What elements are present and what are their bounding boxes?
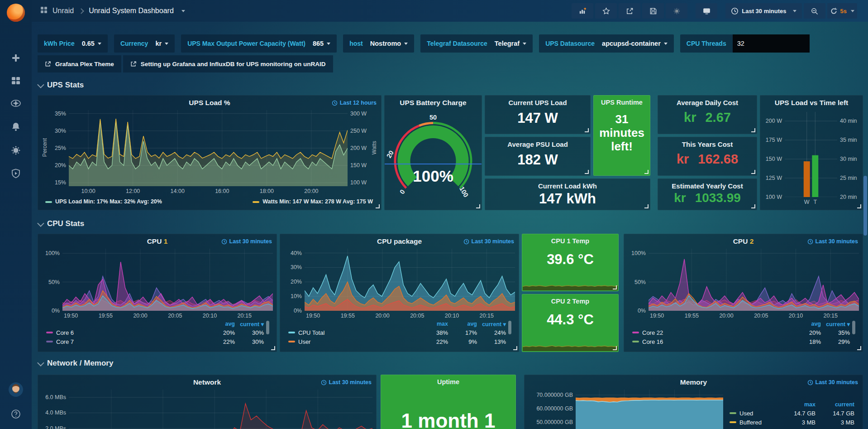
breadcrumb-folder[interactable]: Unraid — [52, 7, 74, 15]
page-scrollbar-thumb[interactable] — [863, 176, 867, 236]
legend-scrollbar[interactable] — [266, 321, 269, 334]
time-picker-button[interactable]: Last 30 minutes — [725, 3, 801, 19]
legend-column-max[interactable]: max — [421, 321, 450, 327]
panel-title[interactable]: This Years Cost — [658, 140, 757, 148]
network-chart[interactable]: 6.0 MBs4.0 MBs2.0 MBs — [42, 389, 372, 429]
memory-plot-area[interactable] — [576, 390, 723, 429]
ups_load-plot-area[interactable] — [69, 110, 348, 186]
ups-load-chart[interactable]: PercentWatts35%30%25%20%15%300 W250 W200… — [42, 109, 377, 207]
ups-bars-chart[interactable]: 200 W175 W150 W125 W100 W40 min35 min30 … — [763, 111, 860, 207]
save-button[interactable] — [642, 3, 664, 19]
legend-series-name[interactable]: Core 16 — [632, 338, 794, 345]
cpu-threads-input[interactable] — [733, 34, 810, 53]
panel-title[interactable]: Average Daily Cost — [658, 99, 757, 106]
cycle-view-tv-button[interactable] — [696, 3, 717, 19]
alerting-bell-icon[interactable] — [0, 119, 32, 135]
legend-column-avg[interactable]: avg — [450, 321, 479, 327]
panel-cpu-package: CPU package Last 30 minutes 40%30%20%10%… — [280, 234, 519, 352]
legend-column-avg[interactable]: avg — [794, 321, 823, 327]
explore-compass-icon[interactable] — [0, 96, 32, 111]
bars-plot-area[interactable] — [785, 112, 837, 197]
legend-series-name[interactable]: Core 6 — [46, 329, 208, 336]
legend-series-name[interactable]: User — [288, 338, 421, 345]
dashboard-links-row: Grafana Plex Theme Setting up Grafana an… — [38, 55, 333, 72]
configuration-gear-icon[interactable] — [0, 143, 32, 158]
link-grafana-plex-theme[interactable]: Grafana Plex Theme — [38, 55, 121, 72]
section-ups-stats[interactable]: UPS Stats — [38, 81, 84, 90]
legend-column-current[interactable]: current ▾ — [823, 321, 852, 328]
gauge-value: 100% — [385, 167, 482, 185]
chevron-down-icon — [37, 81, 44, 88]
panel-title[interactable]: UPS Load % — [38, 99, 381, 107]
legend-column-avg[interactable]: avg — [208, 321, 237, 327]
panel-title[interactable]: Estimated Yearly Cost — [658, 182, 757, 190]
variable-telegraf-datasource[interactable]: Telegraf DatasourceTelegraf — [420, 34, 533, 53]
panel-title[interactable]: UPS Load vs Time left — [760, 99, 863, 107]
dashboards-icon[interactable] — [0, 73, 32, 88]
y-tick-label: 60.000000 GB — [536, 405, 573, 412]
panel-title[interactable]: Current Load kWh — [485, 182, 650, 190]
zoom-out-button[interactable] — [804, 3, 825, 19]
cpu2-plot-area[interactable] — [649, 249, 859, 311]
star-button[interactable] — [595, 3, 617, 19]
legend-series-name[interactable]: Core 7 — [46, 338, 208, 345]
grafana-logo-icon[interactable] — [7, 4, 25, 22]
user-avatar[interactable] — [9, 382, 23, 397]
y-tick-label: 35 min — [840, 137, 857, 143]
legend-column-current[interactable]: current ▾ — [237, 321, 266, 328]
memory-chart[interactable]: 70.000000 GB60.000000 GB50.000000 GBmaxc… — [528, 389, 859, 429]
x-tick-label: 20:15 — [238, 313, 252, 319]
legend-series-name[interactable]: Buffered — [730, 419, 778, 426]
variable-ups-datasource[interactable]: UPS Datasourceapcupsd-container — [539, 34, 674, 53]
panel-time-range: Last 30 minutes — [807, 379, 858, 386]
x-tick-label: 19:50 — [64, 313, 78, 319]
panel-title[interactable]: Uptime — [381, 378, 515, 386]
help-icon[interactable] — [0, 406, 32, 422]
cpu1-chart[interactable]: 100%50%0%19:5019:5520:0020:0520:1020:15a… — [42, 248, 273, 349]
panel-title[interactable]: UPS Battery Charge — [385, 99, 482, 107]
panel-title[interactable]: Current UPS Load — [485, 99, 590, 106]
share-button[interactable] — [619, 3, 640, 19]
legend-scrollbar[interactable] — [508, 321, 511, 334]
legend-series[interactable]: Watts Min: 147 W Max: 278 W Avg: 175 W — [253, 198, 373, 205]
refresh-caret-icon[interactable] — [851, 10, 854, 12]
battery-gauge[interactable]: 02050100 — [385, 107, 482, 202]
cpu2-chart[interactable]: 100%50%0%19:5019:5520:0020:0520:1020:15a… — [628, 248, 859, 349]
cpu1-plot-area[interactable] — [62, 249, 273, 311]
refresh-button[interactable]: 5s — [827, 3, 857, 19]
caret-down-icon — [327, 43, 330, 45]
x-tick-label: 20:00 — [304, 188, 318, 194]
refresh-interval-label[interactable]: 5s — [840, 8, 847, 14]
legend-series-name[interactable]: Used — [730, 410, 778, 417]
cpu-package-chart[interactable]: 40%30%20%10%0%19:5019:5520:0020:0520:102… — [284, 248, 515, 349]
dashboard-title[interactable]: Unraid System Dashboard — [89, 7, 174, 15]
panel-title[interactable]: CPU 1 Temp — [522, 237, 618, 245]
legend-series-name[interactable]: CPU Total — [288, 329, 421, 336]
legend-column-current[interactable]: current ▾ — [479, 321, 508, 328]
y-tick-label: 200 W — [766, 118, 782, 124]
panel-title[interactable]: UPS Runtime — [594, 99, 650, 106]
server-admin-shield-icon[interactable] — [0, 166, 32, 181]
network-plot-area[interactable] — [69, 390, 372, 429]
settings-gear-button[interactable] — [666, 3, 687, 19]
variable-ups-max-output[interactable]: UPS Max Output Power Capacity (Watt)865 — [181, 34, 337, 53]
section-network-memory[interactable]: Network / Memory — [38, 359, 113, 368]
legend-marker — [288, 332, 295, 333]
legend-column-max[interactable]: max — [778, 401, 817, 408]
legend-scrollbar[interactable] — [852, 321, 855, 334]
legend-row: Buffered3 MB3 MB — [730, 418, 856, 427]
add-icon[interactable] — [0, 50, 32, 66]
add-panel-button[interactable] — [572, 3, 593, 19]
variable-currency[interactable]: Currencykr — [114, 34, 175, 53]
variable-kwh-price[interactable]: kWh Price0.65 — [38, 34, 108, 53]
link-ups-monitoring-guide[interactable]: Setting up Grafana and InfluxDB for UPS … — [123, 55, 333, 72]
legend-series[interactable]: UPS Load Min: 17% Max: 32% Avg: 20% — [45, 198, 162, 205]
panel-title[interactable]: CPU 2 Temp — [522, 298, 618, 305]
title-caret-icon[interactable] — [181, 10, 185, 12]
panel-title[interactable]: Average PSU Load — [485, 140, 590, 148]
legend-series-name[interactable]: Core 22 — [632, 329, 794, 336]
cpu_package-plot-area[interactable] — [305, 249, 515, 311]
section-cpu-stats[interactable]: CPU Stats — [38, 219, 84, 228]
variable-host[interactable]: hostNostromo — [343, 34, 414, 53]
legend-column-current[interactable]: current — [817, 401, 856, 408]
